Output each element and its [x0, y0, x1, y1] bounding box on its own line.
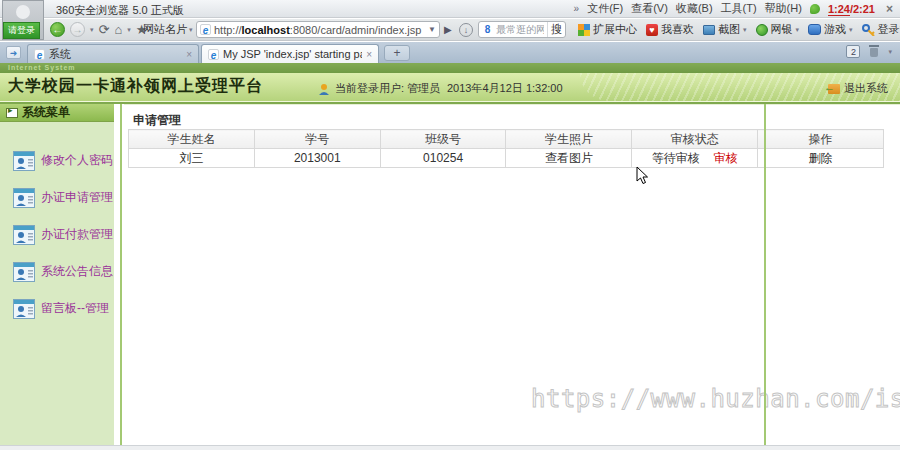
tab-close-icon[interactable]: ×: [366, 49, 372, 60]
title-bar: 360安全浏览器 5.0 正式版 » 文件(F) 查看(V) 收藏(B) 工具(…: [0, 0, 900, 18]
id-card-icon: [13, 151, 35, 171]
bank-button[interactable]: 网银▾: [756, 22, 800, 37]
history-chevron-icon[interactable]: ▾: [90, 26, 94, 34]
heart-icon: ♥: [646, 24, 658, 36]
col-status: 审核状态: [632, 130, 758, 149]
id-card-icon: [13, 188, 35, 208]
id-card-icon: [13, 225, 35, 245]
sidebar: 系统菜单 修改个人密码 办证申请管理 办证付款管理: [0, 104, 117, 445]
current-user-info: 当前登录用户: 管理员: [318, 81, 440, 96]
menu-tools[interactable]: 工具(T): [721, 1, 757, 16]
logout-icon: [828, 84, 840, 94]
login-datetime: 2013年4月12日 1:32:00: [447, 81, 563, 96]
close-icon[interactable]: ×: [883, 2, 896, 16]
browser-toolbar: ← → ▾ ⟳ ⌂ ▾ ★ 网站名片▾ e http://localhost:8…: [0, 19, 900, 41]
cell-status: 等待审核审核: [632, 149, 758, 168]
globe-icon: [756, 24, 768, 36]
id-card-icon: [13, 262, 35, 282]
password-manager-button[interactable]: 登录管家: [862, 22, 900, 37]
menu-favorites[interactable]: 收藏(B): [676, 1, 713, 16]
menu-view[interactable]: 查看(V): [631, 1, 668, 16]
sidebar-item-payment-mgmt[interactable]: 办证付款管理: [0, 216, 114, 253]
menu-overflow-icon[interactable]: »: [574, 3, 580, 14]
sidebar-item-announcements[interactable]: 系统公告信息: [0, 253, 114, 290]
tab-system[interactable]: e 系统 ×: [27, 44, 199, 63]
page-title: 大学校园一卡通补领网上受理平台: [8, 76, 263, 97]
status-bar: [0, 445, 900, 450]
tab-list-icon[interactable]: ➜: [6, 46, 21, 59]
new-tab-button[interactable]: +: [384, 45, 410, 61]
page-header: 大学校园一卡通补领网上受理平台 当前登录用户: 管理员 2013年4月12日 1…: [0, 73, 900, 101]
search-box[interactable]: 8 最常逛的网 搜: [478, 21, 566, 38]
key-icon: [862, 24, 875, 36]
cell-class-id: 010254: [380, 149, 506, 168]
camera-icon: [703, 25, 715, 35]
search-engine-icon[interactable]: 8: [482, 24, 493, 35]
application-table: 学生姓名 学号 班级号 学生照片 审核状态 操作 刘三 2013001 0102: [128, 129, 884, 168]
menu-file[interactable]: 文件(F): [587, 1, 623, 16]
restore-windows-button[interactable]: 2: [846, 45, 860, 58]
window-title: 360安全浏览器 5.0 正式版: [56, 3, 184, 18]
extension-center-button[interactable]: 扩展中心: [578, 22, 637, 37]
sidebar-item-application-mgmt[interactable]: 办证申请管理: [0, 179, 114, 216]
col-student-name: 学生姓名: [129, 130, 255, 149]
id-card-icon: [13, 299, 35, 319]
browser-window: 360安全浏览器 5.0 正式版 » 文件(F) 查看(V) 收藏(B) 工具(…: [0, 0, 900, 450]
games-button[interactable]: 游戏▾: [808, 22, 853, 37]
menu-icon: [6, 108, 18, 118]
watermark: https://www.huzhan.com/ishop30884: [531, 385, 900, 413]
review-link[interactable]: 审核: [714, 151, 738, 165]
back-button[interactable]: ←: [50, 22, 65, 37]
tab-close-icon[interactable]: ×: [186, 49, 192, 60]
sidebar-item-message-board[interactable]: 留言板--管理: [0, 290, 114, 327]
search-input[interactable]: 最常逛的网: [496, 23, 544, 37]
content-right-border: [764, 104, 766, 445]
col-operation: 操作: [758, 130, 884, 149]
tab-bar: ➜ e 系统 × e My JSP 'index.jsp' starting p…: [0, 42, 900, 63]
trash-chevron-icon[interactable]: ▾: [888, 48, 892, 56]
cell-student-name: 刘三: [129, 149, 255, 168]
leaf-icon[interactable]: [810, 4, 820, 14]
forward-button[interactable]: →: [70, 22, 85, 37]
url-text[interactable]: http://localhost:8080/card/admin/index.j…: [214, 24, 425, 36]
address-bar[interactable]: e http://localhost:8080/card/admin/index…: [196, 21, 440, 38]
logout-button[interactable]: 退出系统: [828, 81, 888, 96]
col-class-id: 班级号: [380, 130, 506, 149]
cell-student-id: 2013001: [254, 149, 380, 168]
sidebar-header: 系统菜单: [0, 104, 114, 122]
page-top-strip: Internet System: [0, 63, 900, 73]
sidebar-item-change-password[interactable]: 修改个人密码: [0, 142, 114, 179]
favorites-button[interactable]: ♥我喜欢: [646, 22, 694, 37]
col-photo: 学生照片: [506, 130, 632, 149]
user-avatar[interactable]: 请登录: [2, 0, 44, 40]
table-row: 刘三 2013001 010254 查看图片 等待审核审核 删除: [129, 149, 884, 168]
view-photo-link[interactable]: 查看图片: [506, 149, 632, 168]
cube-icon: [578, 24, 590, 36]
search-button[interactable]: 搜: [547, 22, 562, 37]
table-header-row: 学生姓名 学号 班级号 学生照片 审核状态 操作: [129, 130, 884, 149]
site-card-dropdown[interactable]: 网站名片▾: [143, 22, 193, 37]
web-page: Internet System 大学校园一卡通补领网上受理平台 当前登录用户: …: [0, 63, 900, 445]
delete-link[interactable]: 删除: [758, 149, 884, 168]
screenshot-button[interactable]: 截图▾: [703, 22, 747, 37]
tab-favicon: e: [34, 49, 45, 60]
sidebar-menu: 修改个人密码 办证申请管理 办证付款管理 系统公告信息: [0, 122, 114, 327]
home-chevron-icon[interactable]: ▾: [127, 26, 131, 34]
login-badge[interactable]: 请登录: [3, 22, 40, 39]
main-content: 申请管理 学生姓名 学号 班级号 学生照片 审核状态 操作: [124, 104, 900, 445]
section-title: 申请管理: [133, 112, 181, 129]
go-button[interactable]: ▶: [444, 24, 452, 35]
home-button[interactable]: ⌂: [114, 22, 122, 37]
tab-index-jsp[interactable]: e My JSP 'index.jsp' starting page ×: [201, 44, 379, 63]
download-icon[interactable]: ↓: [459, 23, 473, 37]
user-icon: [318, 83, 330, 95]
tab-favicon: e: [208, 49, 219, 60]
url-dropdown-icon[interactable]: ▼: [428, 25, 436, 34]
sidebar-separator: [120, 104, 122, 445]
recording-timer: 1:24/2:21: [828, 3, 875, 15]
trash-icon[interactable]: [868, 45, 880, 58]
page-favicon: e: [200, 24, 211, 35]
col-student-id: 学号: [254, 130, 380, 149]
refresh-button[interactable]: ⟳: [99, 22, 110, 37]
menu-help[interactable]: 帮助(H): [765, 1, 802, 16]
